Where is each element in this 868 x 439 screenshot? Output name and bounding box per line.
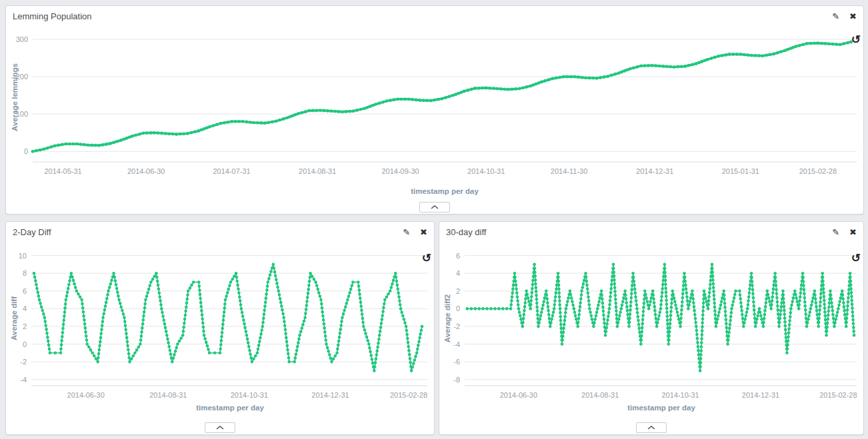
panel-title: 2-Day Diff	[13, 227, 51, 237]
edit-icon[interactable]: ✎	[832, 12, 839, 21]
svg-text:6: 6	[23, 287, 27, 295]
two-day-diff-chart[interactable]: -4-202468102014-06-302014-08-312014-10-3…	[6, 242, 433, 408]
panel-lemming-population: Lemming Population ✎ ✖ Average lemmings …	[5, 5, 864, 215]
svg-text:2014-12-31: 2014-12-31	[311, 391, 349, 399]
collapse-button[interactable]	[636, 422, 667, 433]
panel-actions: ✎ ✖	[832, 12, 857, 21]
panel-title: 30-day diff	[446, 227, 486, 237]
close-icon[interactable]: ✖	[420, 228, 427, 236]
svg-text:-8: -8	[453, 376, 460, 384]
svg-text:2014-06-30: 2014-06-30	[127, 167, 165, 175]
svg-text:2014-12-31: 2014-12-31	[742, 391, 779, 399]
chevron-up-icon	[216, 426, 224, 430]
svg-text:2014-06-30: 2014-06-30	[500, 391, 537, 399]
svg-text:-2: -2	[453, 322, 460, 330]
svg-text:2014-10-31: 2014-10-31	[467, 167, 505, 175]
svg-text:2014-10-31: 2014-10-31	[661, 391, 699, 399]
svg-text:10: 10	[19, 252, 27, 260]
svg-text:0: 0	[24, 147, 28, 155]
close-icon[interactable]: ✖	[849, 12, 857, 21]
collapse-button[interactable]	[419, 202, 450, 213]
svg-text:2014-08-31: 2014-08-31	[581, 391, 619, 399]
panel-header: 2-Day Diff ✎ ✖	[6, 222, 434, 242]
svg-text:2014-11-30: 2014-11-30	[551, 167, 587, 175]
panel-title: Lemming Population	[13, 11, 92, 21]
svg-text:100: 100	[16, 110, 28, 118]
svg-text:2014-08-31: 2014-08-31	[299, 167, 336, 175]
svg-text:4: 4	[456, 269, 460, 277]
chevron-up-icon	[647, 426, 655, 430]
svg-text:2015-01-31: 2015-01-31	[722, 167, 759, 175]
svg-text:2014-08-31: 2014-08-31	[149, 391, 187, 399]
svg-text:200: 200	[16, 73, 28, 81]
svg-text:2014-05-31: 2014-05-31	[44, 167, 81, 175]
collapse-button[interactable]	[205, 422, 235, 433]
x-axis-label: timestamp per day	[33, 404, 427, 412]
chevron-up-icon	[431, 205, 439, 209]
svg-text:2014-06-30: 2014-06-30	[67, 391, 105, 399]
panel-30-day-diff: 30-day diff ✎ ✖ Average diff2 -8-6-4-202…	[439, 221, 864, 435]
panel-header: Lemming Population ✎ ✖	[6, 6, 863, 26]
svg-text:2014-12-31: 2014-12-31	[636, 167, 673, 175]
lemming-population-chart[interactable]: 01002003002014-05-312014-06-302014-07-31…	[6, 26, 862, 186]
svg-text:300: 300	[16, 35, 28, 43]
x-axis-label: timestamp per day	[33, 187, 857, 195]
svg-text:0: 0	[23, 340, 27, 348]
close-icon[interactable]: ✖	[849, 228, 857, 236]
svg-text:2014-10-31: 2014-10-31	[231, 391, 268, 399]
svg-text:-4: -4	[20, 376, 27, 384]
panel-actions: ✎ ✖	[832, 228, 857, 236]
svg-text:6: 6	[456, 252, 460, 260]
svg-text:2015-02-28: 2015-02-28	[390, 391, 427, 399]
svg-text:2: 2	[23, 322, 27, 330]
x-axis-label: timestamp per day	[466, 404, 857, 412]
svg-text:-4: -4	[453, 340, 460, 348]
edit-icon[interactable]: ✎	[403, 228, 410, 236]
svg-text:0: 0	[456, 304, 460, 312]
svg-text:8: 8	[23, 269, 27, 277]
panel-header: 30-day diff ✎ ✖	[439, 222, 863, 242]
svg-text:-6: -6	[453, 358, 460, 366]
svg-text:-2: -2	[20, 358, 27, 366]
svg-text:2: 2	[456, 287, 460, 295]
svg-text:2014-07-31: 2014-07-31	[213, 167, 250, 175]
history-icon[interactable]: ↺	[851, 252, 861, 264]
svg-text:2014-09-30: 2014-09-30	[381, 167, 419, 175]
panel-actions: ✎ ✖	[403, 228, 427, 236]
svg-text:2015-02-28: 2015-02-28	[799, 167, 837, 175]
edit-icon[interactable]: ✎	[832, 228, 839, 236]
panel-2-day-diff: 2-Day Diff ✎ ✖ Average diff -4-202468102…	[5, 221, 435, 435]
svg-text:4: 4	[23, 304, 27, 312]
thirty-day-diff-chart[interactable]: -8-6-4-202462014-06-302014-08-312014-10-…	[439, 242, 862, 408]
history-icon[interactable]: ↺	[422, 252, 431, 264]
svg-text:2015-02-28: 2015-02-28	[819, 391, 857, 399]
history-icon[interactable]: ↺	[851, 34, 861, 45]
